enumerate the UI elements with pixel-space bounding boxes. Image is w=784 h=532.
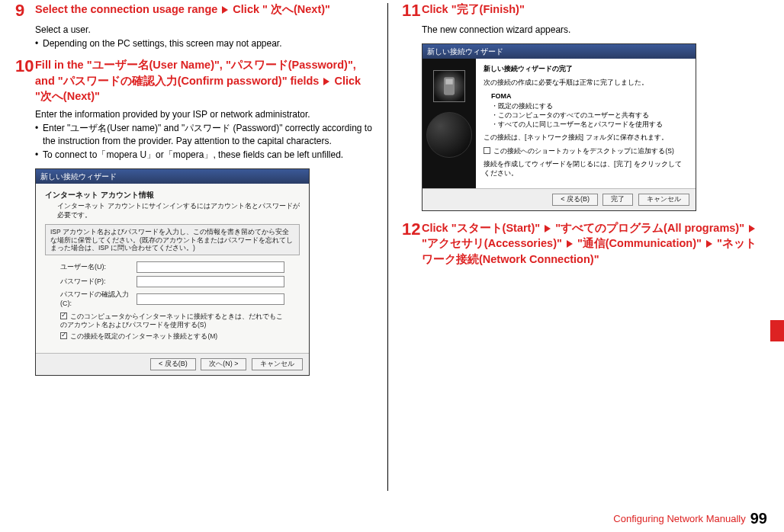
- arrow-icon: [545, 225, 551, 232]
- step-heading: Click "スタート(Start)" "すべてのプログラム(All progr…: [422, 220, 760, 267]
- body-line: Enter the information provided by your I…: [35, 108, 374, 120]
- heading-text-b: "すべてのプログラム(All programs)": [552, 222, 747, 234]
- input-confirm[interactable]: [137, 293, 284, 305]
- step-number: 11: [402, 2, 422, 19]
- step-heading: Select the connection usage range Click …: [35, 2, 330, 19]
- wizard-icon: [433, 70, 465, 102]
- arrow-icon: [749, 225, 755, 232]
- step-12: 12 Click "スタート(Start)" "すべてのプログラム(All pr…: [402, 220, 760, 267]
- list-item: 既定の接続にする: [491, 102, 688, 111]
- list-item: すべての人に同じユーザー名とパスワードを使用する: [491, 120, 688, 130]
- step-heading: Click "完了(Finish)": [422, 2, 525, 19]
- window-title: 新しい接続ウィザード: [36, 169, 309, 184]
- button-row: < 戻る(B) 次へ(N) > キャンセル: [36, 353, 309, 375]
- step-number: 12: [402, 220, 422, 267]
- heading-text-a: Click "スタート(Start)": [422, 222, 543, 234]
- step-10-body: Enter the information provided by your I…: [35, 108, 374, 161]
- left-column: 9 Select the connection usage range Clic…: [15, 2, 374, 491]
- step-number: 10: [15, 57, 35, 104]
- screenshot-step-11: 新しい接続ウィザード 新しい接続ウィザードの完了 次の接続の作成に必要な手順は正…: [422, 43, 696, 211]
- label-confirm: パスワードの確認入力(C):: [60, 290, 137, 308]
- checkbox-label: このコンピュータからインターネットに接続するときは、だれでもこのアカウント名およ…: [60, 312, 283, 328]
- arrow-icon: [323, 78, 329, 85]
- field-confirm: パスワードの確認入力(C):: [60, 290, 284, 308]
- checkbox-label: この接続へのショートカットをデスクトップに追加する(S): [493, 147, 673, 155]
- input-username[interactable]: [137, 261, 284, 273]
- finish-heading: 新しい接続ウィザードの完了: [484, 65, 688, 74]
- body-bullet: Enter "ユーザ名(User name)" and "パスワード (Pass…: [35, 122, 374, 146]
- label-password: パスワード(P):: [60, 277, 137, 287]
- page-columns: 9 Select the connection usage range Clic…: [0, 0, 784, 491]
- body-bullet: Depending on the PC settings, this scree…: [35, 37, 374, 50]
- checkbox-icon[interactable]: [60, 312, 67, 319]
- body-line: Select a user.: [35, 24, 374, 36]
- arrow-icon: [222, 6, 228, 14]
- side-tab-marker: [770, 320, 784, 341]
- body-bullet: To connect to「mopera U」or「mopera」, these…: [35, 149, 374, 161]
- note-block: ISP アカウント名およびパスワードを入力し、この情報を書き留めてから安全な場所…: [45, 224, 300, 255]
- heading-text-c: "アクセサリ(Accessories)": [422, 237, 565, 249]
- group-label: FOMA: [491, 92, 688, 101]
- arrow-icon: [567, 240, 573, 248]
- body-line: The new connection wizard appears.: [422, 24, 760, 36]
- checkbox-icon[interactable]: [60, 332, 67, 339]
- step-number: 9: [15, 2, 35, 19]
- heading-text-a: Fill in the "ユーザー名(User Name)", "パスワード(P…: [35, 59, 356, 86]
- back-button[interactable]: < 戻る(B): [552, 194, 598, 206]
- step-heading: Fill in the "ユーザー名(User Name)", "パスワード(P…: [35, 57, 374, 104]
- screenshot-body: 新しい接続ウィザードの完了 次の接続の作成に必要な手順は正常に完了しました。 F…: [423, 59, 696, 188]
- screenshot-body: インターネット アカウント情報 インターネット アカウントにサインインするにはア…: [36, 184, 309, 353]
- window-title: 新しい接続ウィザード: [423, 44, 696, 59]
- label-username: ユーザー名(U):: [60, 263, 137, 272]
- line2: この接続は、[ネットワーク接続] フォルダに保存されます。: [484, 133, 688, 143]
- heading-text-d: "通信(Communication)": [574, 237, 705, 249]
- right-column: 11 Click "完了(Finish)" The new connection…: [402, 2, 760, 491]
- checkbox-icon[interactable]: [484, 147, 490, 154]
- step-9-body: Select a user. Depending on the PC setti…: [35, 24, 374, 50]
- input-password[interactable]: [137, 276, 284, 287]
- cancel-button[interactable]: キャンセル: [252, 358, 303, 370]
- list-item: このコンピュータのすべてのユーザーと共有する: [491, 111, 688, 120]
- footer-text: Configuring Network Manually: [613, 513, 745, 524]
- globe-icon: [426, 112, 472, 158]
- svg-rect-1: [445, 79, 452, 85]
- field-username: ユーザー名(U):: [60, 261, 284, 273]
- button-row: < 戻る(B) 完了 キャンセル: [423, 188, 696, 210]
- field-password: パスワード(P):: [60, 276, 284, 287]
- column-divider: [387, 3, 388, 491]
- line3: 接続を作成してウィザードを閉じるには、[完了] をクリックしてください。: [484, 160, 688, 178]
- step-11-body: The new connection wizard appears.: [422, 24, 760, 36]
- step-11: 11 Click "完了(Finish)": [402, 2, 760, 19]
- page-footer: Configuring Network Manually 99: [613, 510, 767, 527]
- arrow-icon: [706, 240, 712, 248]
- screenshot-step-10: 新しい接続ウィザード インターネット アカウント情報 インターネット アカウント…: [35, 168, 310, 376]
- right-pane: 新しい接続ウィザードの完了 次の接続の作成に必要な手順は正常に完了しました。 F…: [476, 59, 696, 188]
- step-9: 9 Select the connection usage range Clic…: [15, 2, 374, 19]
- icon-panel: [423, 59, 476, 188]
- checkbox-label: この接続を既定のインターネット接続とする(M): [70, 332, 217, 340]
- heading-text-a: Select the connection usage range: [35, 3, 220, 15]
- cancel-button[interactable]: キャンセル: [638, 194, 689, 206]
- dialog-heading: インターネット アカウント情報: [45, 190, 300, 200]
- page-number: 99: [750, 510, 767, 527]
- back-button[interactable]: < 戻る(B): [150, 358, 196, 370]
- dialog-sub: インターネット アカウントにサインインするにはアカウント名とパスワードが必要です…: [45, 202, 300, 220]
- step-10: 10 Fill in the "ユーザー名(User Name)", "パスワー…: [15, 57, 374, 104]
- finish-button[interactable]: 完了: [602, 194, 633, 206]
- heading-text-b: Click " 次へ(Next)": [230, 3, 330, 15]
- finish-sub: 次の接続の作成に必要な手順は正常に完了しました。: [484, 79, 688, 88]
- next-button[interactable]: 次へ(N) >: [201, 358, 246, 370]
